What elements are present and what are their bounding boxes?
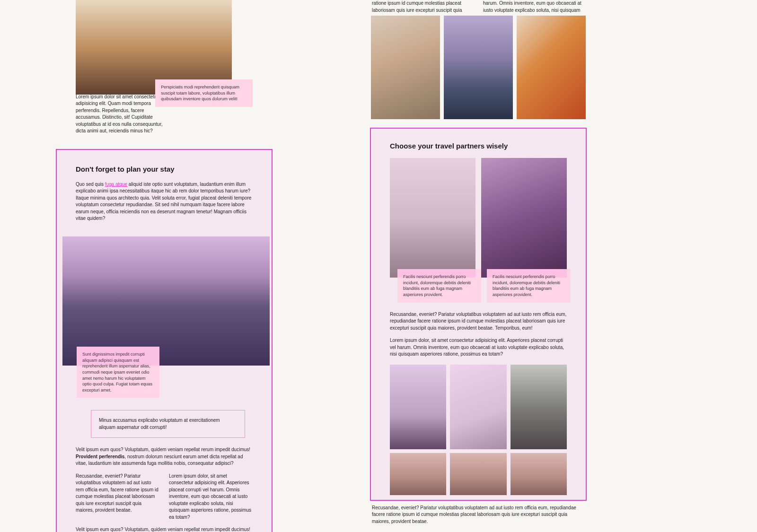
- photo-track: [511, 365, 567, 449]
- section-paragraph-1: Quo sed quis fuga atque aliquid iste opt…: [76, 181, 253, 222]
- photo-overlook: [481, 158, 567, 278]
- pull-quote: Minus accusamus explicabo voluptatum at …: [91, 410, 245, 438]
- photo-sand-2: [450, 453, 506, 495]
- inline-link-fuga[interactable]: fuga atque: [105, 182, 127, 187]
- photo-sunset-sit: [444, 16, 513, 119]
- photo-food: [517, 16, 586, 119]
- photo-misty: [390, 365, 446, 449]
- section-heading-travel-partners: Choose your travel partners wisely: [390, 141, 567, 151]
- truncated-text-left: ratione ipsum id cumque molestias placea…: [372, 0, 474, 14]
- section-paragraph-r2: Lorem ipsum dolor, sit amet consectetur …: [390, 337, 567, 358]
- section-paragraph-2: Velit ipsum eum quos? Voluptatum, quidem…: [76, 446, 253, 467]
- section-heading-plan-stay: Don't forget to plan your stay: [76, 164, 253, 174]
- section-paragraph-3: Velit ipsum eum quos? Voluptatum, quidem…: [76, 526, 253, 532]
- section-paragraph-r1: Recusandae, eveniet? Pariatur voluptatib…: [390, 311, 567, 332]
- photo-gear: [450, 365, 506, 449]
- hero-photo-mountain: [62, 236, 270, 366]
- intro-paragraph: Lorem ipsum dolor sit amet consectetur, …: [76, 94, 164, 135]
- column-text-right: Lorem ipsum dolor, sit amet consectetur …: [169, 473, 253, 521]
- truncated-text-right: harum. Omnis inventore, eum quo obcaecat…: [483, 0, 585, 14]
- column-text-left: Recusandae, eveniet? Pariatur voluptatib…: [76, 473, 159, 521]
- photo-sand-1: [390, 453, 446, 495]
- below-paragraph: Recusandae, eveniet? Pariatur voluptatib…: [371, 501, 586, 525]
- photo-walk: [390, 158, 475, 278]
- photo-portrait: [371, 16, 440, 119]
- photo-sand-3: [511, 453, 567, 495]
- image-caption-top: Perspiciatis modi reprehenderit quisquam…: [155, 79, 253, 107]
